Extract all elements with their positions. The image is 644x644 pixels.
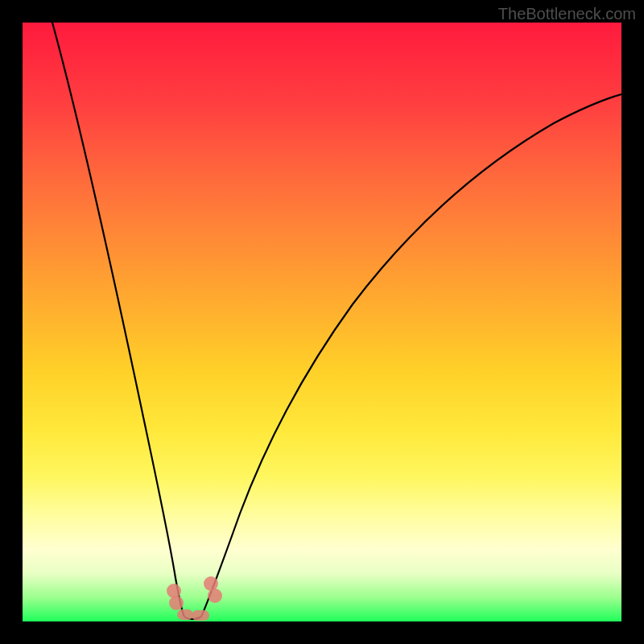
- curve-trough: [184, 617, 201, 619]
- curve-left-branch: [52, 23, 184, 617]
- trough-marker-right-upper: [204, 576, 218, 591]
- trough-marker-bottom-left: [177, 609, 193, 620]
- trough-marker-left-upper: [167, 584, 181, 598]
- plot-area: [23, 23, 621, 621]
- chart-frame: TheBottleneck.com: [0, 0, 644, 644]
- trough-marker-left-lower: [169, 596, 184, 610]
- bottleneck-curve: [23, 23, 621, 621]
- trough-marker-right-lower: [208, 588, 222, 603]
- trough-marker-bottom-right: [192, 610, 209, 621]
- watermark: TheBottleneck.com: [498, 5, 636, 23]
- curve-right-branch: [201, 94, 621, 617]
